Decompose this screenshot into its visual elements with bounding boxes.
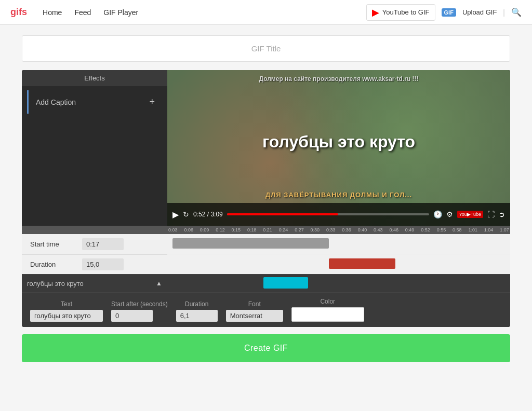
- caption-color-label: Color: [291, 298, 364, 305]
- ruler-mark-4: 0:12: [216, 227, 225, 232]
- caption-details: Text Start after (seconds) Duration Font…: [22, 292, 510, 327]
- gif-title-bar: GIF Title: [22, 35, 510, 62]
- start-time-grey-bar: [172, 238, 329, 249]
- caption-timeline-row: голубцы это круто ▲: [22, 274, 510, 292]
- start-time-timeline: [167, 234, 510, 254]
- caption-font-col: Font: [226, 300, 283, 322]
- ruler-mark-12: 0:36: [342, 227, 351, 232]
- ruler-inner: 0:03 0:06 0:09 0:12 0:15 0:18 0:21 0:24 …: [168, 227, 509, 232]
- effects-header: Effects: [22, 70, 167, 86]
- duration-label: Duration: [30, 261, 82, 268]
- progress-bar[interactable]: [227, 213, 429, 215]
- youtube-btn-label: YouTube to GIF: [382, 8, 430, 16]
- nav-divider: |: [503, 8, 505, 17]
- replay-button[interactable]: ↻: [183, 210, 189, 218]
- caption-font-input[interactable]: [226, 310, 283, 322]
- ruler-mark-15: 0:46: [389, 227, 398, 232]
- caption-color-col: Color: [291, 298, 364, 322]
- editor-panel: Effects Add Caption + Долмер на сайте пр…: [22, 70, 510, 327]
- share-button[interactable]: ➲: [499, 210, 505, 218]
- editor-top: Effects Add Caption + Долмер на сайте пр…: [22, 70, 510, 226]
- play-button[interactable]: ▶: [172, 210, 179, 220]
- video-caption-overlay: голубцы это круто: [167, 132, 510, 152]
- ruler-mark-3: 0:09: [200, 227, 209, 232]
- caption-duration-label: Duration: [176, 300, 218, 308]
- caption-start-input[interactable]: [111, 310, 153, 322]
- ruler-mark-6: 0:18: [247, 227, 257, 232]
- add-caption-row[interactable]: Add Caption +: [27, 90, 162, 114]
- caption-text-label: Text: [30, 300, 103, 308]
- video-controls: ▶ ↻ 0:52 / 3:09 🕐 ⚙ You▶Tube ⛶ ➲: [167, 203, 510, 226]
- add-caption-label: Add Caption: [36, 98, 149, 106]
- start-time-row: Start time: [22, 234, 510, 254]
- clock-icon[interactable]: 🕐: [433, 210, 442, 218]
- caption-toggle-icon[interactable]: ▲: [156, 280, 162, 287]
- duration-timeline: [167, 254, 510, 274]
- youtube-logo: You▶Tube: [457, 211, 483, 218]
- ruler-mark-7: 0:21: [263, 227, 272, 232]
- add-caption-plus-icon: +: [149, 97, 155, 107]
- time-current: 0:52: [193, 211, 205, 218]
- gif-badge: GIF: [442, 8, 456, 17]
- gif-title-text: GIF Title: [251, 44, 281, 53]
- ruler-mark-18: 0:55: [437, 227, 446, 232]
- youtube-icon: ▶: [372, 7, 379, 18]
- ruler-mark-5: 0:15: [232, 227, 241, 232]
- caption-start-col: Start after (seconds): [111, 300, 168, 322]
- nav-link-feed[interactable]: Feed: [74, 8, 91, 17]
- duration-left: Duration: [22, 254, 167, 274]
- video-placeholder: Долмер на сайте производителя www.aksar-…: [167, 70, 510, 226]
- caption-row-text: голубцы это круто: [27, 280, 153, 287]
- main-container: GIF Title Effects Add Caption + Долмер н…: [11, 25, 521, 373]
- caption-cyan-bar: [263, 277, 308, 289]
- search-button[interactable]: 🔍: [511, 7, 522, 17]
- start-time-input[interactable]: [82, 238, 124, 250]
- ruler-mark-13: 0:40: [358, 227, 367, 232]
- caption-text-input[interactable]: [30, 310, 103, 322]
- settings-icon[interactable]: ⚙: [446, 210, 453, 218]
- caption-text-col: Text: [30, 300, 103, 322]
- video-bottom-text: ДЛЯ ЗАВЁРТЫВАНИЯ ДОЛМЫ И ГОЛ...: [167, 191, 510, 199]
- ruler-mark-1: 0:03: [168, 227, 178, 232]
- caption-details-fields: Text Start after (seconds) Duration Font…: [30, 298, 502, 322]
- ruler-mark-16: 0:49: [405, 227, 415, 232]
- caption-color-swatch[interactable]: [291, 307, 364, 322]
- ruler-mark-2: 0:06: [184, 227, 193, 232]
- caption-start-label: Start after (seconds): [111, 300, 168, 308]
- caption-duration-input[interactable]: [176, 310, 218, 322]
- ruler-mark-9: 0:27: [295, 227, 304, 232]
- timeline-ruler: 0:03 0:06 0:09 0:12 0:15 0:18 0:21 0:24 …: [167, 226, 510, 234]
- nav-brand[interactable]: gifs: [10, 7, 27, 18]
- caption-left: голубцы это круто ▲: [22, 275, 167, 292]
- create-gif-button[interactable]: Create GIF: [22, 334, 510, 362]
- duration-row: Duration: [22, 254, 510, 274]
- progress-fill: [227, 213, 338, 215]
- video-area: Долмер на сайте производителя www.aksar-…: [167, 70, 510, 226]
- nav-link-gif-player[interactable]: GIF Player: [103, 8, 138, 17]
- nav-link-home[interactable]: Home: [43, 8, 62, 17]
- duration-bar-container: [172, 254, 505, 274]
- caption-bar-container: [167, 275, 510, 292]
- caption-duration-col: Duration: [176, 300, 218, 322]
- duration-input[interactable]: [82, 258, 124, 270]
- ruler-mark-21: 1:04: [484, 227, 494, 232]
- effects-sidebar: Effects Add Caption +: [22, 70, 167, 226]
- nav-right: ▶ YouTube to GIF GIF Upload GIF | 🔍: [366, 4, 522, 21]
- start-time-left: Start time: [22, 234, 167, 254]
- start-time-bar-container: [172, 234, 505, 254]
- upload-gif-link[interactable]: Upload GIF: [462, 8, 497, 16]
- ruler-left-spacer: [22, 226, 167, 234]
- ruler-mark-14: 0:43: [374, 227, 383, 232]
- ruler-mark-19: 0:58: [453, 227, 462, 232]
- ruler-mark-8: 0:24: [279, 227, 288, 232]
- ruler-mark-22: 1:07: [500, 227, 509, 232]
- ruler-mark-11: 0:33: [326, 227, 336, 232]
- time-total: 3:09: [210, 211, 222, 218]
- start-time-label: Start time: [30, 240, 82, 248]
- fullscreen-button[interactable]: ⛶: [487, 210, 495, 218]
- nav-links: Home Feed GIF Player: [43, 8, 366, 17]
- ruler-mark-20: 1:01: [468, 227, 477, 232]
- caption-font-label: Font: [226, 300, 283, 308]
- youtube-to-gif-button[interactable]: ▶ YouTube to GIF: [366, 4, 435, 21]
- video-time: 0:52 / 3:09: [193, 211, 223, 218]
